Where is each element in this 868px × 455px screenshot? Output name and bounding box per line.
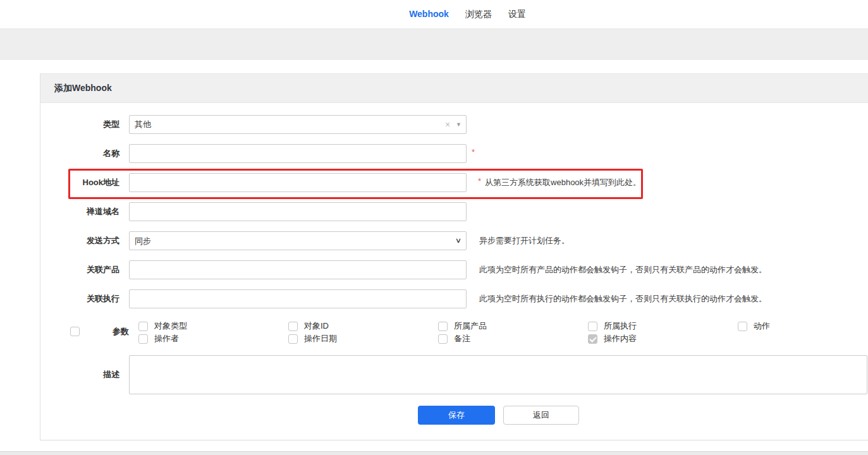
param-item: 所属执行: [588, 320, 738, 332]
param-label: 对象类型: [154, 320, 187, 332]
linked-executions-input[interactable]: [129, 289, 467, 308]
param-label: 所属产品: [454, 320, 487, 332]
params-grid: 对象类型 操作者 对象ID 操作日期: [138, 320, 868, 345]
description-label: 描述: [40, 355, 119, 394]
required-asterisk: *: [478, 173, 481, 190]
params-col: 动作: [738, 320, 868, 345]
param-checkbox[interactable]: [138, 334, 148, 344]
save-button[interactable]: 保存: [418, 406, 495, 425]
param-label: 操作内容: [604, 333, 637, 344]
param-label: 操作者: [154, 333, 179, 344]
params-col: 对象类型 操作者: [138, 320, 288, 345]
linked-products-hint: 此项为空时所有产品的动作都会触发钩子，否则只有关联产品的动作才会触发。: [479, 260, 767, 279]
type-picker-icons: × ▼: [445, 115, 462, 134]
hook-address-hint: 从第三方系统获取webhook并填写到此处。: [485, 173, 641, 192]
param-checkbox[interactable]: [438, 322, 448, 331]
param-checkbox-disabled: [588, 334, 597, 344]
param-item: 操作日期: [288, 332, 438, 345]
nav-tabs: Webhook 浏览器 设置: [409, 9, 526, 20]
param-label: 所属执行: [604, 320, 637, 332]
form-actions: 保存 返回: [129, 406, 868, 425]
hook-address-label: Hook地址: [40, 173, 119, 192]
row-linked-products: 关联产品 此项为空时所有产品的动作都会触发钩子，否则只有关联产品的动作才会触发。: [40, 260, 868, 279]
param-label: 对象ID: [304, 320, 329, 332]
params-col: 对象ID 操作日期: [288, 320, 438, 345]
params-select-all-checkbox[interactable]: [70, 327, 80, 336]
param-checkbox[interactable]: [588, 322, 597, 331]
param-item: 所属产品: [438, 320, 588, 332]
param-item: 对象ID: [288, 320, 438, 332]
name-label: 名称: [40, 144, 119, 163]
row-linked-executions: 关联执行 此项为空时所有执行的动作都会触发钩子，否则只有关联执行的动作才会触发。: [40, 289, 868, 308]
send-type-select[interactable]: 同步: [129, 231, 467, 250]
row-zentao-domain: 禅道域名: [40, 202, 868, 221]
param-checkbox[interactable]: [288, 334, 298, 344]
back-button[interactable]: 返回: [503, 406, 579, 425]
type-input[interactable]: [129, 115, 467, 134]
params-col: 所属执行 操作内容: [588, 320, 738, 345]
chevron-down-icon[interactable]: ▼: [456, 122, 462, 128]
param-item: 动作: [738, 320, 868, 332]
add-webhook-panel: 添加Webhook 类型 × ▼ 名称 * Hook地址 * 从第三方系: [40, 73, 868, 440]
param-label: 动作: [754, 320, 770, 332]
linked-products-input[interactable]: [129, 260, 467, 279]
param-item: 操作者: [138, 332, 288, 345]
row-params: 参数 对象类型 操作者 对象ID: [40, 318, 868, 346]
type-label: 类型: [40, 115, 119, 134]
secondary-toolbar-band: [0, 29, 868, 60]
param-checkbox[interactable]: [438, 334, 448, 344]
param-item: 操作内容: [588, 332, 738, 345]
top-navbar: Webhook 浏览器 设置: [0, 0, 868, 29]
send-type-label: 发送方式: [40, 231, 119, 250]
param-label: 操作日期: [304, 333, 337, 344]
linked-executions-label: 关联执行: [40, 289, 119, 308]
row-description: 描述: [40, 355, 868, 394]
hook-address-input[interactable]: [129, 173, 467, 192]
panel-title: 添加Webhook: [40, 74, 868, 103]
param-checkbox[interactable]: [738, 322, 747, 331]
clear-icon[interactable]: ×: [445, 120, 450, 129]
send-type-hint: 异步需要打开计划任务。: [479, 231, 570, 250]
param-label: 备注: [454, 333, 470, 344]
linked-executions-hint: 此项为空时所有执行的动作都会触发钩子，否则只有关联执行的动作才会触发。: [479, 289, 767, 308]
linked-products-label: 关联产品: [40, 260, 119, 279]
required-asterisk: *: [472, 144, 475, 161]
params-label: 参数: [50, 318, 129, 345]
tab-settings[interactable]: 设置: [508, 9, 526, 20]
tab-browser[interactable]: 浏览器: [465, 9, 492, 20]
param-checkbox[interactable]: [288, 322, 298, 331]
description-textarea[interactable]: [129, 355, 867, 394]
name-input[interactable]: [129, 144, 467, 163]
row-name: 名称 *: [40, 144, 868, 163]
bottom-divider: [0, 451, 868, 455]
param-checkbox[interactable]: [138, 322, 148, 331]
row-send-type: 发送方式 同步 ∨ 异步需要打开计划任务。: [40, 231, 868, 250]
add-webhook-form: 类型 × ▼ 名称 * Hook地址 * 从第三方系统获取webhook并填写到…: [40, 103, 868, 425]
params-col: 所属产品 备注: [438, 320, 588, 345]
tab-webhook[interactable]: Webhook: [409, 9, 449, 20]
row-hook-address: Hook地址 * 从第三方系统获取webhook并填写到此处。: [40, 173, 868, 192]
param-item: 备注: [438, 332, 588, 345]
param-item: 对象类型: [138, 320, 288, 332]
zentao-domain-input[interactable]: [129, 202, 467, 221]
zentao-domain-label: 禅道域名: [40, 202, 119, 221]
row-type: 类型 × ▼: [40, 115, 868, 134]
